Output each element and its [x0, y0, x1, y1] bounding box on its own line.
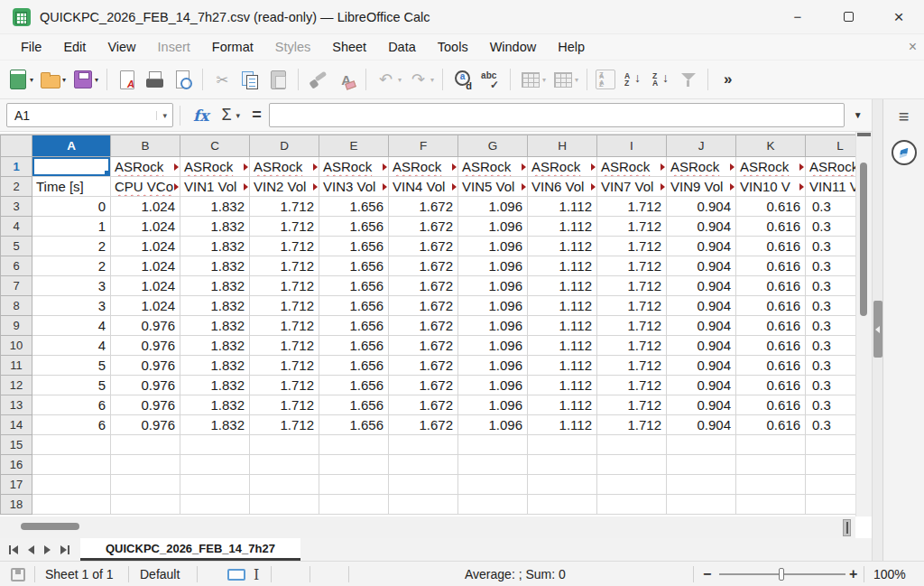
cell-L1[interactable]: ASRock	[806, 157, 856, 177]
page-style-status[interactable]: Default	[140, 562, 180, 586]
column-header-E[interactable]: E	[319, 135, 389, 157]
close-button[interactable]: ×	[873, 0, 924, 34]
cell-C18[interactable]	[180, 495, 250, 515]
cell-C17[interactable]	[180, 475, 250, 495]
cell-K12[interactable]: 0.616	[736, 376, 806, 395]
cell-E8[interactable]: 1.656	[319, 296, 389, 316]
cell-H18[interactable]	[528, 495, 597, 515]
cell-K13[interactable]: 0.616	[736, 395, 806, 415]
cell-B7[interactable]: 1.024	[111, 276, 180, 296]
cell-A11[interactable]: 5	[32, 356, 111, 376]
cell-E18[interactable]	[319, 495, 389, 515]
cell-E17[interactable]	[319, 475, 389, 495]
cell-H11[interactable]: 1.112	[528, 356, 597, 376]
cell-E11[interactable]: 1.656	[319, 356, 389, 376]
cell-H15[interactable]	[528, 435, 597, 455]
column-header-D[interactable]: D	[250, 135, 319, 157]
cell-C9[interactable]: 1.832	[180, 316, 250, 336]
cell-G9[interactable]: 1.096	[458, 316, 528, 336]
cell-B12[interactable]: 0.976	[111, 376, 180, 395]
cell-E3[interactable]: 1.656	[319, 197, 389, 217]
cell-I7[interactable]: 1.712	[597, 276, 667, 296]
cell-H6[interactable]: 1.112	[528, 256, 597, 276]
cell-F13[interactable]: 1.672	[389, 395, 458, 415]
cell-F6[interactable]: 1.672	[389, 256, 458, 276]
row-header-17[interactable]: 17	[1, 475, 32, 495]
sheet-tab[interactable]: QUICKPC_2026_FEB_14_7h27	[80, 538, 300, 561]
cell-G10[interactable]: 1.096	[458, 336, 528, 356]
cell-E1[interactable]: ASRock	[319, 157, 389, 177]
row-header-18[interactable]: 18	[1, 495, 32, 515]
cell-L2[interactable]: VIN11 V	[806, 177, 856, 197]
selection-mode-icon[interactable]	[227, 569, 245, 581]
cell-G3[interactable]: 1.096	[458, 197, 528, 217]
cell-G17[interactable]	[458, 475, 528, 495]
row-header-2[interactable]: 2	[1, 177, 32, 197]
cell-E2[interactable]: VIN3 Vol	[319, 177, 389, 197]
cell-C12[interactable]: 1.832	[180, 376, 250, 395]
cell-K18[interactable]	[736, 495, 806, 515]
cell-J3[interactable]: 0.904	[667, 197, 736, 217]
cell-F15[interactable]	[389, 435, 458, 455]
cell-F2[interactable]: VIN4 Vol	[389, 177, 458, 197]
vertical-scrollbar-thumb[interactable]	[860, 163, 867, 316]
cell-K17[interactable]	[736, 475, 806, 495]
find-replace-button[interactable]	[449, 64, 476, 95]
cell-J1[interactable]: ASRock	[667, 157, 736, 177]
print-preview-button[interactable]	[170, 64, 196, 95]
cell-G5[interactable]: 1.096	[458, 237, 528, 256]
cell-D10[interactable]: 1.712	[250, 336, 319, 356]
cell-J9[interactable]: 0.904	[667, 316, 736, 336]
cell-C3[interactable]: 1.832	[180, 197, 250, 217]
navigator-icon[interactable]	[892, 140, 917, 165]
save-dropdown-icon[interactable]: ▾	[95, 76, 98, 84]
cell-L9[interactable]: 0.3	[806, 316, 856, 336]
cell-J15[interactable]	[667, 435, 736, 455]
cell-A3[interactable]: 0	[32, 197, 111, 217]
cell-I15[interactable]	[597, 435, 667, 455]
cell-A14[interactable]: 6	[32, 415, 111, 435]
cell-B11[interactable]: 0.976	[111, 356, 180, 376]
cell-D7[interactable]: 1.712	[250, 276, 319, 296]
menu-tools[interactable]: Tools	[427, 37, 479, 57]
cell-E12[interactable]: 1.656	[319, 376, 389, 395]
cell-K15[interactable]	[736, 435, 806, 455]
cell-B6[interactable]: 1.024	[111, 256, 180, 276]
cell-C1[interactable]: ASRock	[180, 157, 250, 177]
cell-E4[interactable]: 1.656	[319, 217, 389, 237]
cell-L15[interactable]	[806, 435, 856, 455]
autosum-dropdown-icon[interactable]: ▾	[236, 111, 241, 120]
cell-C11[interactable]: 1.832	[180, 356, 250, 376]
open-button[interactable]: ▾	[37, 64, 68, 95]
cell-B4[interactable]: 1.024	[111, 217, 180, 237]
vertical-scrollbar[interactable]	[855, 132, 872, 516]
cell-L17[interactable]	[806, 475, 856, 495]
cell-G14[interactable]: 1.096	[458, 415, 528, 435]
cell-A5[interactable]: 2	[32, 237, 111, 256]
sidebar-settings-icon[interactable]: ≡	[883, 107, 924, 127]
cell-I8[interactable]: 1.712	[597, 296, 667, 316]
cell-F3[interactable]: 1.672	[389, 197, 458, 217]
row-header-12[interactable]: 12	[1, 376, 32, 395]
cell-F7[interactable]: 1.672	[389, 276, 458, 296]
sort-descending-button[interactable]	[647, 64, 673, 95]
cell-J17[interactable]	[667, 475, 736, 495]
cell-G7[interactable]: 1.096	[458, 276, 528, 296]
cell-L16[interactable]	[806, 455, 856, 475]
cell-G1[interactable]: ASRock	[458, 157, 528, 177]
row-header-11[interactable]: 11	[1, 356, 32, 376]
cell-I17[interactable]	[597, 475, 667, 495]
cell-D13[interactable]: 1.712	[250, 395, 319, 415]
expand-formula-bar-icon[interactable]: ▼	[854, 110, 863, 120]
cell-B5[interactable]: 1.024	[111, 237, 180, 256]
menu-window[interactable]: Window	[479, 37, 548, 57]
cell-D4[interactable]: 1.712	[250, 217, 319, 237]
cell-D11[interactable]: 1.712	[250, 356, 319, 376]
cell-A12[interactable]: 5	[32, 376, 111, 395]
cell-J7[interactable]: 0.904	[667, 276, 736, 296]
cell-D17[interactable]	[250, 475, 319, 495]
cell-L11[interactable]: 0.3	[806, 356, 856, 376]
cell-H13[interactable]: 1.112	[528, 395, 597, 415]
name-box-dropdown-icon[interactable]: ▾	[156, 111, 167, 120]
cell-H2[interactable]: VIN6 Vol	[528, 177, 597, 197]
